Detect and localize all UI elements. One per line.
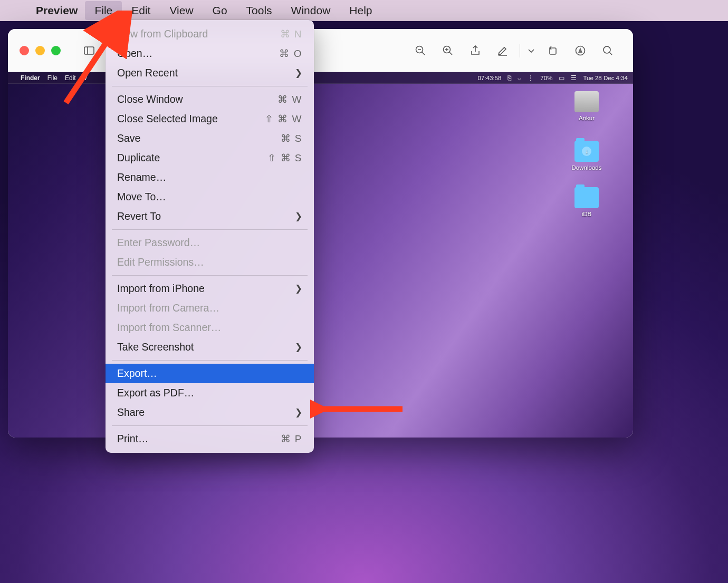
info-icon[interactable] [567,40,594,61]
document-content: Finder File Edit V 07:43:58 ⎘ ⌵ ⋮ 70% ▭ … [8,72,633,438]
menu-window[interactable]: Window [282,1,340,20]
desktop-icon-label: iDB [582,211,592,217]
control-center-icon: ☰ [571,74,577,82]
menu-item-label: Revert To [117,210,295,222]
menu-tools[interactable]: Tools [237,1,282,20]
share-icon[interactable] [462,40,489,61]
desktop-icon-hdd: Ankur [568,91,606,121]
menu-item-label: Print… [117,433,281,445]
file-menu-item[interactable]: Duplicate⇧ ⌘ S [106,148,314,168]
zoom-in-icon[interactable] [434,40,462,61]
chevron-right-icon: ❯ [295,67,302,79]
menu-item-label: Import from iPhone [117,283,295,295]
menu-item-label: Share [117,406,295,419]
svg-line-15 [66,16,124,103]
file-menu-item: Edit Permissions… [106,252,314,272]
menu-shortcut: ⌘ P [281,433,302,445]
menu-separator [112,229,308,230]
menu-shortcut: ⇧ ⌘ W [265,113,302,125]
search-icon[interactable] [594,40,621,61]
inner-app-name: Finder [21,74,40,82]
menu-go[interactable]: Go [203,1,237,20]
chevron-down-icon[interactable] [523,40,539,61]
attachment-icon: ⎘ [507,75,511,81]
inner-date: Tue 28 Dec 4:34 [583,75,628,81]
menu-item-label: Rename… [117,171,302,183]
chevron-right-icon: ❯ [295,211,302,222]
menu-item-label: Export as PDF… [117,387,302,399]
download-arrow-icon: ↓ [582,147,591,156]
menu-item-label: Enter Password… [117,237,302,249]
toolbar-divider [520,44,520,57]
folder-icon [574,187,599,208]
menu-separator [112,425,308,426]
menu-shortcut: ⌘ S [281,132,302,144]
desktop-icon-label: Ankur [579,115,595,121]
svg-line-13 [610,52,612,55]
battery-pct: 70% [540,75,552,81]
battery-icon: ▭ [559,74,564,82]
file-menu-item[interactable]: Revert To❯ [106,207,314,226]
menu-item-label: Duplicate [117,152,267,164]
rotate-icon[interactable] [539,40,567,61]
desktop-icon-idb: iDB [568,187,606,217]
svg-point-12 [604,46,610,53]
wifi-icon: ⌵ [518,74,521,82]
menu-item-label: Edit Permissions… [117,256,302,268]
zoom-out-icon[interactable] [407,40,434,61]
menu-shortcut: ⌘ O [279,47,302,60]
menu-separator [112,275,308,276]
file-menu-item[interactable]: Export… [106,364,314,383]
minimize-window-button[interactable] [35,46,45,55]
menu-item-label: Take Screenshot [117,341,295,353]
hdd-icon [574,91,599,112]
chevron-right-icon: ❯ [295,283,302,294]
chevron-right-icon: ❯ [295,342,302,353]
file-menu-item[interactable]: Take Screenshot❯ [106,337,314,357]
menu-shortcut: ⌘ N [280,28,303,40]
file-menu-item[interactable]: Import from iPhone❯ [106,279,314,298]
bluetooth-icon: ⋮ [528,74,534,82]
inner-clock: 07:43:58 [478,75,502,81]
file-menu-item[interactable]: Move To… [106,187,314,207]
file-menu-item[interactable]: Rename… [106,168,314,187]
menu-item-label: Move To… [117,191,302,203]
chevron-right-icon: ❯ [295,407,302,418]
traffic-lights [20,46,61,55]
menu-item-label: Open Recent [117,67,295,79]
folder-icon: ↓ [574,141,599,162]
annotation-arrow-top [55,11,142,108]
menu-view[interactable]: View [160,1,203,20]
file-menu-item[interactable]: Export as PDF… [106,383,314,403]
svg-line-6 [449,52,452,55]
desktop-icon-downloads: ↓ Downloads [568,141,606,171]
close-window-button[interactable] [20,46,29,55]
menu-help[interactable]: Help [340,1,381,20]
file-menu-item[interactable]: Print…⌘ P [106,429,314,449]
menu-item-label: Save [117,132,281,144]
menu-shortcut: ⇧ ⌘ S [267,152,302,164]
file-menu-item[interactable]: Share❯ [106,403,314,422]
file-menu-item: Import from Camera… [106,298,314,318]
file-menu-item: Import from Scanner… [106,318,314,337]
menu-item-label: Export… [117,367,302,380]
menu-item-label: Import from Scanner… [117,322,302,334]
desktop-icon-label: Downloads [572,164,602,171]
file-menu-item: Enter Password… [106,233,314,252]
annotation-arrow-side [310,399,405,420]
menu-item-label: Close Selected Image [117,113,265,125]
menu-shortcut: ⌘ W [277,93,302,105]
menu-item-label: Import from Camera… [117,302,302,314]
markup-icon[interactable] [489,40,516,61]
menu-separator [112,360,308,361]
file-menu-item[interactable]: Close Selected Image⇧ ⌘ W [106,109,314,129]
file-menu-item[interactable]: Save⌘ S [106,129,314,148]
svg-line-3 [422,52,425,55]
